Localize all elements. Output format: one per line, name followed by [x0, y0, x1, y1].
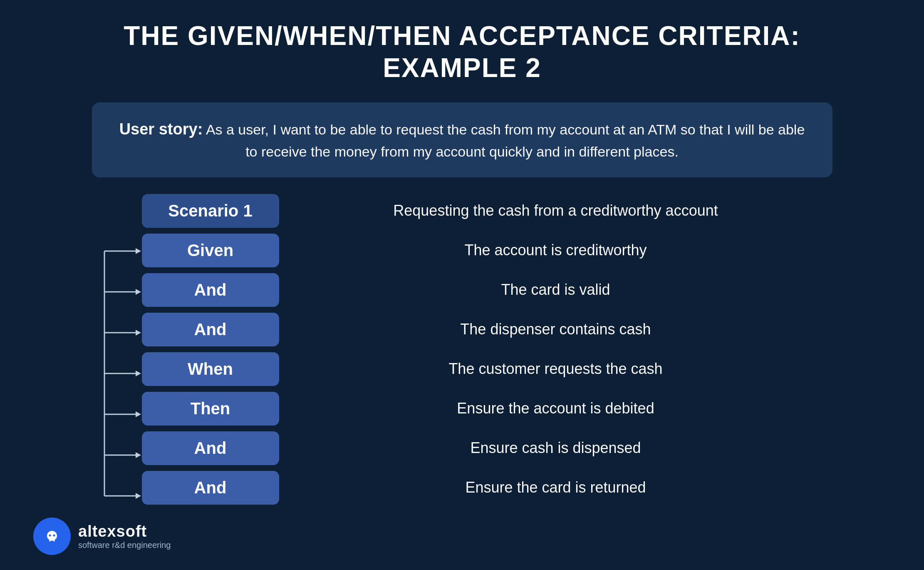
brand-name: altexsoft: [78, 523, 171, 540]
criteria-row: AndThe card is valid: [92, 273, 832, 307]
row-description: The dispenser contains cash: [279, 313, 832, 346]
logo-text: altexsoft software r&d engineering: [78, 523, 171, 550]
brand-tagline: software r&d engineering: [78, 540, 171, 550]
scenario-row: Scenario 1 Requesting the cash from a cr…: [92, 194, 832, 228]
page-title: THE GIVEN/WHEN/THEN ACCEPTANCE CRITERIA:…: [124, 20, 800, 84]
logo-circle: [33, 518, 71, 555]
logo-icon: [41, 525, 63, 548]
keyword-box: And: [142, 313, 279, 346]
row-description: The customer requests the cash: [279, 353, 832, 385]
criteria-row: ThenEnsure the account is debited: [92, 392, 832, 426]
keyword-box: Given: [142, 234, 279, 267]
logo-area: altexsoft software r&d engineering: [33, 518, 171, 555]
keyword-box: When: [142, 352, 279, 386]
row-description: Ensure the card is returned: [279, 471, 832, 504]
main-content: Scenario 1 Requesting the cash from a cr…: [92, 194, 832, 505]
svg-point-17: [53, 535, 55, 537]
row-description: Ensure the account is debited: [279, 392, 832, 425]
criteria-row: AndEnsure the card is returned: [92, 471, 832, 505]
keyword-box: And: [142, 273, 279, 307]
criteria-row: GivenThe account is creditworthy: [92, 234, 832, 267]
row-description: The account is creditworthy: [279, 234, 832, 266]
keyword-box: Then: [142, 392, 279, 426]
user-story-label: User story:: [119, 120, 203, 138]
scenario-label-box: Scenario 1: [142, 194, 279, 228]
keyword-box: And: [142, 471, 279, 505]
user-story-text: As a user, I want to be able to request …: [206, 122, 805, 159]
criteria-row: AndEnsure cash is dispensed: [92, 431, 832, 465]
svg-point-16: [49, 535, 51, 537]
criteria-row: WhenThe customer requests the cash: [92, 352, 832, 386]
criteria-rows: GivenThe account is creditworthyAndThe c…: [92, 234, 832, 505]
user-story-box: User story: As a user, I want to be able…: [92, 102, 832, 177]
row-description: The card is valid: [279, 274, 832, 306]
scenario-description: Requesting the cash from a creditworthy …: [279, 194, 832, 227]
keyword-box: And: [142, 431, 279, 465]
row-description: Ensure cash is dispensed: [279, 432, 832, 464]
criteria-row: AndThe dispenser contains cash: [92, 313, 832, 346]
